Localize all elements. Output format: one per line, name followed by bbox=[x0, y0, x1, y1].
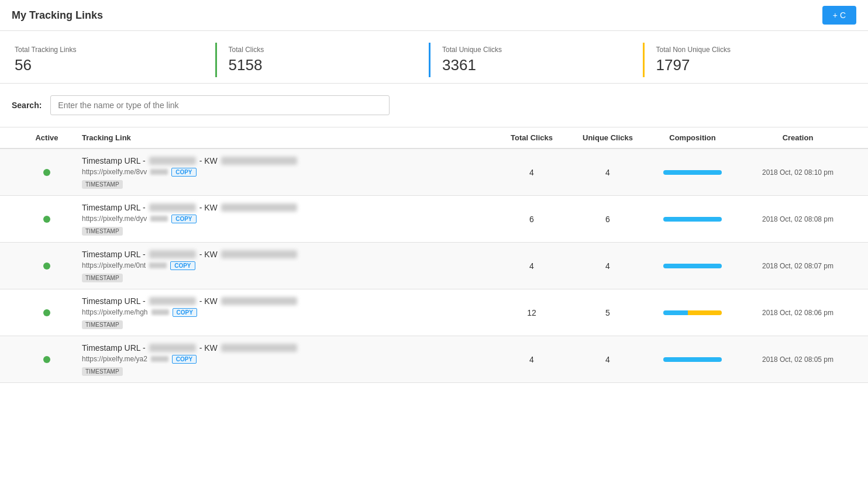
bar-yellow-3 bbox=[688, 310, 722, 315]
stat-tracking-links-value: 56 bbox=[15, 56, 204, 74]
active-dot-1 bbox=[43, 216, 50, 223]
header-creation: Creation bbox=[739, 133, 856, 142]
table-row: Timestamp URL - - KW https://pixelfy.me/… bbox=[0, 149, 868, 196]
search-input[interactable] bbox=[50, 95, 390, 115]
tracking-links-table: Active Tracking Link Total Clicks Unique… bbox=[0, 127, 868, 383]
timestamp-badge-4: TIMESTAMP bbox=[82, 366, 488, 376]
timestamp-badge-3: TIMESTAMP bbox=[82, 319, 488, 329]
timestamp-badge-0: TIMESTAMP bbox=[82, 179, 488, 189]
link-title-3: Timestamp URL - - KW bbox=[82, 296, 488, 306]
active-dot-0 bbox=[43, 169, 50, 176]
cell-creation-1: 2018 Oct, 02 08:08 pm bbox=[739, 215, 856, 223]
stat-tracking-links-label: Total Tracking Links bbox=[15, 46, 204, 54]
stat-non-unique-clicks: Total Non Unique Clicks 1797 bbox=[643, 43, 857, 77]
header-unique-clicks: Unique Clicks bbox=[570, 133, 646, 142]
cell-total-clicks-0: 4 bbox=[494, 168, 570, 177]
active-dot-4 bbox=[43, 356, 50, 363]
stat-clicks-value: 5158 bbox=[229, 56, 418, 74]
cell-total-clicks-1: 6 bbox=[494, 215, 570, 224]
link-title-2: Timestamp URL - - KW bbox=[82, 250, 488, 259]
link-title-1: Timestamp URL - - KW bbox=[82, 203, 488, 212]
cell-active-1 bbox=[12, 216, 82, 223]
link-title-0: Timestamp URL - - KW bbox=[82, 156, 488, 165]
table-row: Timestamp URL - - KW https://pixelfy.me/… bbox=[0, 336, 868, 383]
cell-link-0: Timestamp URL - - KW https://pixelfy.me/… bbox=[82, 156, 494, 189]
cell-unique-clicks-4: 4 bbox=[570, 355, 646, 364]
search-row: Search: bbox=[0, 84, 868, 127]
link-url-row-1: https://pixelfy.me/dyv COPY bbox=[82, 215, 488, 223]
search-label: Search: bbox=[12, 101, 42, 110]
table-row: Timestamp URL - - KW https://pixelfy.me/… bbox=[0, 243, 868, 289]
link-url-row-4: https://pixelfy.me/ya2 COPY bbox=[82, 355, 488, 364]
page-title: My Tracking Links bbox=[12, 9, 103, 22]
table-header: Active Tracking Link Total Clicks Unique… bbox=[0, 127, 868, 149]
cell-composition-2 bbox=[646, 264, 739, 268]
cell-creation-4: 2018 Oct, 02 08:05 pm bbox=[739, 355, 856, 364]
bar-blue-1 bbox=[663, 217, 722, 222]
cell-active-2 bbox=[12, 263, 82, 270]
cell-total-clicks-4: 4 bbox=[494, 355, 570, 364]
cell-active-4 bbox=[12, 356, 82, 363]
bar-blue-2 bbox=[663, 264, 722, 268]
cell-link-3: Timestamp URL - - KW https://pixelfy.me/… bbox=[82, 296, 494, 329]
cell-link-2: Timestamp URL - - KW https://pixelfy.me/… bbox=[82, 250, 494, 282]
cell-creation-2: 2018 Oct, 02 08:07 pm bbox=[739, 262, 856, 270]
cell-composition-1 bbox=[646, 217, 739, 222]
cell-active-0 bbox=[12, 169, 82, 176]
cell-composition-0 bbox=[646, 170, 739, 175]
composition-bar-2 bbox=[663, 264, 722, 268]
composition-bar-1 bbox=[663, 217, 722, 222]
copy-button-3[interactable]: COPY bbox=[173, 308, 197, 317]
bar-blue-4 bbox=[663, 357, 722, 362]
link-url-row-3: https://pixelfy.me/hgh COPY bbox=[82, 308, 488, 317]
cell-active-3 bbox=[12, 309, 82, 316]
cell-unique-clicks-3: 5 bbox=[570, 308, 646, 317]
stat-total-clicks: Total Clicks 5158 bbox=[215, 43, 429, 77]
copy-button-1[interactable]: COPY bbox=[171, 215, 196, 223]
link-url-row-0: https://pixelfy.me/8vv COPY bbox=[82, 168, 488, 177]
add-tracking-link-button[interactable]: + C bbox=[822, 6, 856, 25]
cell-total-clicks-3: 12 bbox=[494, 308, 570, 317]
stat-unique-clicks-label: Total Unique Clicks bbox=[442, 46, 631, 54]
stat-non-unique-value: 1797 bbox=[656, 56, 845, 74]
bar-blue-0 bbox=[663, 170, 722, 175]
header-composition: Composition bbox=[646, 133, 739, 142]
cell-creation-0: 2018 Oct, 02 08:10 pm bbox=[739, 168, 856, 177]
cell-total-clicks-2: 4 bbox=[494, 261, 570, 271]
link-url-row-2: https://pixelfy.me/0nt COPY bbox=[82, 261, 488, 270]
cell-unique-clicks-2: 4 bbox=[570, 261, 646, 271]
cell-composition-4 bbox=[646, 357, 739, 362]
cell-unique-clicks-0: 4 bbox=[570, 168, 646, 177]
stat-non-unique-label: Total Non Unique Clicks bbox=[656, 46, 845, 54]
composition-bar-4 bbox=[663, 357, 722, 362]
stat-total-tracking-links: Total Tracking Links 56 bbox=[12, 43, 215, 77]
timestamp-badge-1: TIMESTAMP bbox=[82, 226, 488, 236]
link-title-4: Timestamp URL - - KW bbox=[82, 343, 488, 353]
copy-button-2[interactable]: COPY bbox=[170, 261, 195, 270]
active-dot-2 bbox=[43, 263, 50, 270]
cell-creation-3: 2018 Oct, 02 08:06 pm bbox=[739, 309, 856, 317]
cell-composition-3 bbox=[646, 310, 739, 315]
stat-unique-clicks: Total Unique Clicks 3361 bbox=[429, 43, 643, 77]
bar-blue-3 bbox=[663, 310, 688, 315]
cell-link-4: Timestamp URL - - KW https://pixelfy.me/… bbox=[82, 343, 494, 376]
stats-row: Total Tracking Links 56 Total Clicks 515… bbox=[0, 31, 868, 84]
table-body: Timestamp URL - - KW https://pixelfy.me/… bbox=[0, 149, 868, 383]
cell-link-1: Timestamp URL - - KW https://pixelfy.me/… bbox=[82, 203, 494, 236]
header-active: Active bbox=[12, 133, 82, 142]
copy-button-4[interactable]: COPY bbox=[172, 355, 197, 364]
active-dot-3 bbox=[43, 309, 50, 316]
copy-button-0[interactable]: COPY bbox=[171, 168, 196, 177]
composition-bar-0 bbox=[663, 170, 722, 175]
table-row: Timestamp URL - - KW https://pixelfy.me/… bbox=[0, 289, 868, 336]
composition-bar-3 bbox=[663, 310, 722, 315]
header-total-clicks: Total Clicks bbox=[494, 133, 570, 142]
stat-clicks-label: Total Clicks bbox=[229, 46, 418, 54]
timestamp-badge-2: TIMESTAMP bbox=[82, 272, 488, 282]
table-row: Timestamp URL - - KW https://pixelfy.me/… bbox=[0, 196, 868, 243]
header-tracking-link: Tracking Link bbox=[82, 133, 494, 142]
cell-unique-clicks-1: 6 bbox=[570, 215, 646, 224]
stat-unique-clicks-value: 3361 bbox=[442, 56, 631, 74]
page-header: My Tracking Links + C bbox=[0, 0, 868, 31]
